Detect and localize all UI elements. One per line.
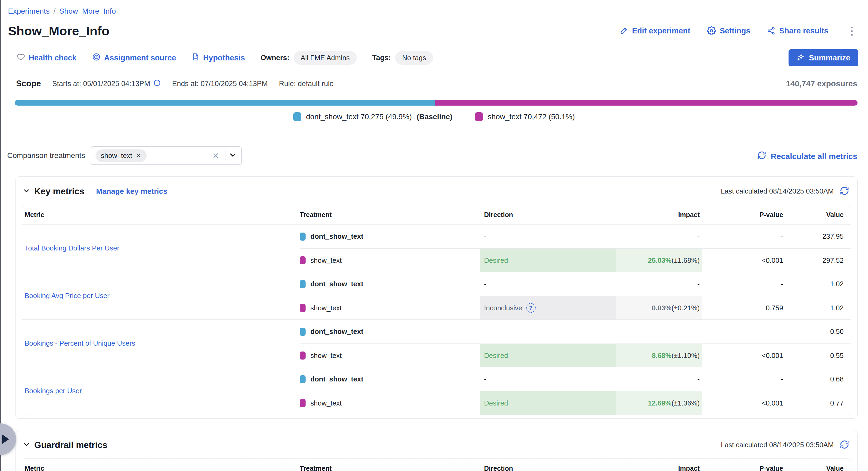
guardrail-metrics-collapse-button[interactable] (22, 439, 32, 450)
value-cell: 0.77 (785, 391, 850, 415)
scope-row: Scope Starts at: 05/01/2025 04:13PM Ends… (16, 79, 334, 89)
direction-cell: Desired (480, 248, 616, 272)
owners-pill[interactable]: All FME Admins (293, 51, 357, 65)
key-metrics-refresh-button[interactable] (840, 186, 849, 197)
key-metrics-groups: Total Booking Dollars Per Userdont_show_… (22, 224, 850, 414)
share-icon (767, 27, 775, 35)
treatment-name: show_text (310, 351, 342, 360)
treatment-swatch (300, 399, 306, 407)
direction-label: - (484, 232, 487, 241)
key-metrics-card: Key metrics Manage key metrics Last calc… (15, 176, 858, 418)
breadcrumb-current[interactable]: Show_More_Info (59, 7, 116, 15)
breadcrumb: Experiments / Show_More_Info (8, 7, 116, 15)
impact-percent: 12.69% (648, 399, 672, 407)
scope-rule: Rule: default rule (279, 80, 334, 88)
recalculate-all-metrics-button[interactable]: Recalculate all metrics (757, 151, 857, 162)
chip-remove-icon[interactable]: ✕ (136, 152, 141, 159)
chevron-down-icon[interactable] (228, 151, 237, 160)
metric-group: Total Booking Dollars Per Userdont_show_… (22, 224, 850, 272)
column-impact: Impact (616, 465, 702, 471)
metric-group: Booking Avg Price per Userdont_show_text… (22, 272, 850, 319)
key-metrics-collapse-button[interactable] (22, 186, 32, 197)
health-check-link[interactable]: Health check (17, 53, 76, 63)
direction-cell: - (480, 225, 616, 248)
legend-text: dont_show_text 70,275 (49.9%) (306, 112, 412, 121)
direction-cell: - (480, 272, 616, 296)
value-cell: 1.02 (785, 272, 850, 296)
direction-cell: Desired (480, 344, 616, 367)
more-options-button[interactable]: ⋮ (845, 27, 859, 35)
metric-link[interactable]: Booking Avg Price per User (25, 292, 110, 300)
guardrail-metrics-header: Guardrail metrics Last calculated 08/14/… (16, 430, 857, 450)
treatment-cell: dont_show_text (300, 367, 480, 391)
treatment-cell: show_text (300, 248, 480, 272)
legend-swatch-show_text (475, 112, 483, 121)
impact-cell: - (616, 320, 702, 343)
treatment-swatch (300, 351, 306, 360)
share-results-button[interactable]: Share results (767, 27, 828, 35)
impact-percent: 25.03% (648, 256, 672, 265)
floating-expand-widget[interactable] (0, 424, 16, 455)
treatment-cell: dont_show_text (300, 225, 480, 248)
exposure-bar[interactable] (15, 100, 858, 106)
metric-link[interactable]: Bookings per User (25, 387, 82, 395)
treatment-name: show_text (310, 256, 342, 265)
play-arrow-icon (2, 434, 9, 444)
owners-meta: Owners: All FME Admins (260, 51, 357, 65)
column-impact: Impact (616, 211, 702, 218)
exposure-bar-segment-dont_show_text[interactable] (15, 100, 435, 106)
comparison-treatments-select[interactable]: show_text ✕ ✕ (91, 146, 242, 165)
guardrail-metrics-table: Metric Treatment Direction Impact P-valu… (22, 459, 851, 471)
legend-item-dont_show_text: dont_show_text 70,275 (49.9%) (Baseline) (293, 112, 453, 121)
metric-group: Bookings per Userdont_show_text---0.68sh… (22, 367, 850, 414)
legend-swatch-dont_show_text (293, 112, 301, 121)
treatment-cell: dont_show_text (300, 272, 480, 296)
summarize-button[interactable]: Summarize (788, 49, 858, 66)
breadcrumb-experiments[interactable]: Experiments (8, 7, 50, 15)
column-pvalue: P-value (702, 211, 785, 218)
treatment-name: dont_show_text (310, 375, 363, 383)
direction-label: Desired (484, 256, 508, 265)
comparison-treatments-label: Comparison treatments (7, 151, 85, 160)
exposure-bar-segment-show_text[interactable] (435, 100, 858, 106)
treatment-name: show_text (310, 304, 342, 312)
table-row: dont_show_text---0.50 (300, 320, 850, 343)
question-circle-icon[interactable]: ? (526, 303, 536, 313)
manage-key-metrics-link[interactable]: Manage key metrics (96, 187, 167, 196)
tags-label: Tags: (372, 54, 391, 62)
toolbar: Health check Assignment source Hypothesi… (17, 50, 433, 66)
edit-experiment-button[interactable]: Edit experiment (620, 27, 690, 35)
header-actions: Edit experiment Settings Share results ⋮ (620, 26, 859, 35)
info-icon[interactable] (153, 79, 161, 89)
value-cell: 1.02 (785, 296, 850, 320)
direction-label: Desired (484, 399, 508, 407)
select-clear-icon[interactable]: ✕ (209, 151, 223, 160)
metric-link[interactable]: Bookings - Percent of Unique Users (25, 339, 135, 347)
hypothesis-link[interactable]: Hypothesis (192, 53, 245, 63)
guardrail-metrics-refresh-button[interactable] (840, 440, 849, 450)
table-row: dont_show_text---1.02 (300, 272, 850, 296)
treatment-rows: dont_show_text---237.95show_textDesired2… (300, 225, 850, 272)
impact-cell: - (616, 367, 702, 391)
heart-icon (17, 53, 25, 63)
scope-starts-at: Starts at: 05/01/2025 04:13PM (52, 79, 161, 89)
column-pvalue: P-value (702, 465, 785, 471)
value-cell: 237.95 (785, 225, 850, 248)
treatment-swatch (300, 280, 306, 288)
metric-group: Bookings - Percent of Unique Usersdont_s… (22, 319, 850, 367)
owners-label: Owners: (260, 54, 289, 62)
tags-meta: Tags: No tags (372, 51, 433, 65)
column-direction: Direction (480, 211, 616, 218)
assignment-source-link[interactable]: Assignment source (92, 53, 176, 63)
direction-label: Inconclusive (484, 304, 522, 312)
tags-pill[interactable]: No tags (395, 51, 433, 65)
scope-ends-at: Ends at: 07/10/2025 04:13PM (172, 80, 268, 88)
treatment-chip[interactable]: show_text ✕ (95, 149, 147, 162)
breadcrumb-separator: / (54, 7, 56, 15)
treatment-rows: dont_show_text---1.02show_textInconclusi… (300, 272, 850, 320)
metric-link[interactable]: Total Booking Dollars Per User (25, 244, 119, 253)
exposure-legend: dont_show_text 70,275 (49.9%) (Baseline)… (0, 112, 868, 121)
chevron-down-icon (23, 440, 31, 449)
settings-button[interactable]: Settings (707, 26, 750, 35)
exposures-count: 140,747 exposures (786, 79, 857, 88)
